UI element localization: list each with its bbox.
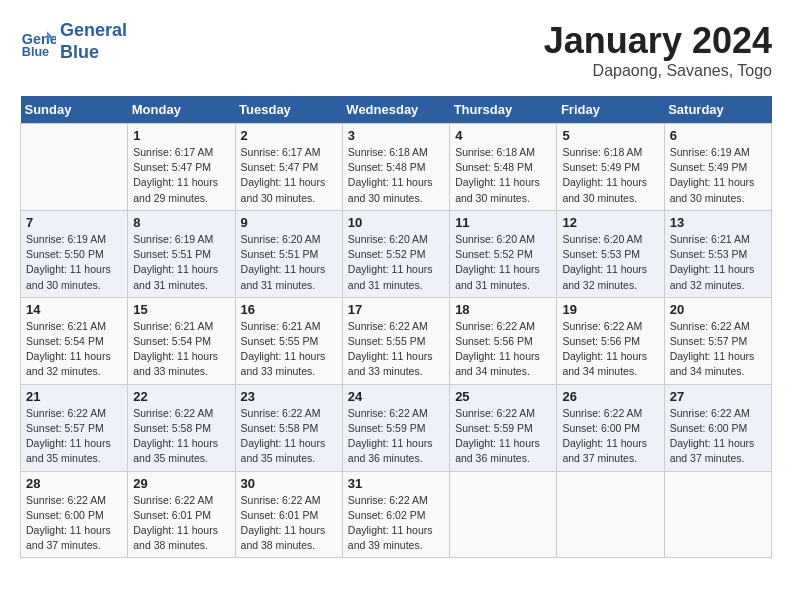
day-number: 16 bbox=[241, 302, 337, 317]
day-info: Sunrise: 6:22 AM Sunset: 5:58 PM Dayligh… bbox=[133, 406, 229, 467]
weekday-sunday: Sunday bbox=[21, 96, 128, 124]
calendar-cell: 13Sunrise: 6:21 AM Sunset: 5:53 PM Dayli… bbox=[664, 210, 771, 297]
day-info: Sunrise: 6:22 AM Sunset: 5:59 PM Dayligh… bbox=[455, 406, 551, 467]
calendar-cell bbox=[21, 124, 128, 211]
day-number: 17 bbox=[348, 302, 444, 317]
day-info: Sunrise: 6:21 AM Sunset: 5:54 PM Dayligh… bbox=[26, 319, 122, 380]
day-info: Sunrise: 6:20 AM Sunset: 5:52 PM Dayligh… bbox=[455, 232, 551, 293]
calendar-cell: 25Sunrise: 6:22 AM Sunset: 5:59 PM Dayli… bbox=[450, 384, 557, 471]
day-number: 18 bbox=[455, 302, 551, 317]
title-block: January 2024 Dapaong, Savanes, Togo bbox=[544, 20, 772, 80]
calendar-cell: 2Sunrise: 6:17 AM Sunset: 5:47 PM Daylig… bbox=[235, 124, 342, 211]
day-info: Sunrise: 6:19 AM Sunset: 5:50 PM Dayligh… bbox=[26, 232, 122, 293]
calendar-cell bbox=[450, 471, 557, 558]
day-info: Sunrise: 6:18 AM Sunset: 5:49 PM Dayligh… bbox=[562, 145, 658, 206]
calendar-cell: 27Sunrise: 6:22 AM Sunset: 6:00 PM Dayli… bbox=[664, 384, 771, 471]
day-number: 5 bbox=[562, 128, 658, 143]
weekday-header-row: SundayMondayTuesdayWednesdayThursdayFrid… bbox=[21, 96, 772, 124]
calendar-cell: 11Sunrise: 6:20 AM Sunset: 5:52 PM Dayli… bbox=[450, 210, 557, 297]
calendar-week-5: 28Sunrise: 6:22 AM Sunset: 6:00 PM Dayli… bbox=[21, 471, 772, 558]
calendar-cell: 15Sunrise: 6:21 AM Sunset: 5:54 PM Dayli… bbox=[128, 297, 235, 384]
weekday-tuesday: Tuesday bbox=[235, 96, 342, 124]
calendar-week-1: 1Sunrise: 6:17 AM Sunset: 5:47 PM Daylig… bbox=[21, 124, 772, 211]
day-info: Sunrise: 6:20 AM Sunset: 5:52 PM Dayligh… bbox=[348, 232, 444, 293]
day-number: 30 bbox=[241, 476, 337, 491]
calendar-cell: 19Sunrise: 6:22 AM Sunset: 5:56 PM Dayli… bbox=[557, 297, 664, 384]
logo: General Blue General Blue bbox=[20, 20, 127, 63]
day-info: Sunrise: 6:22 AM Sunset: 6:00 PM Dayligh… bbox=[670, 406, 766, 467]
day-number: 28 bbox=[26, 476, 122, 491]
calendar-cell: 18Sunrise: 6:22 AM Sunset: 5:56 PM Dayli… bbox=[450, 297, 557, 384]
calendar-cell: 16Sunrise: 6:21 AM Sunset: 5:55 PM Dayli… bbox=[235, 297, 342, 384]
day-info: Sunrise: 6:20 AM Sunset: 5:53 PM Dayligh… bbox=[562, 232, 658, 293]
day-number: 12 bbox=[562, 215, 658, 230]
day-number: 31 bbox=[348, 476, 444, 491]
logo-icon: General Blue bbox=[20, 24, 56, 60]
weekday-wednesday: Wednesday bbox=[342, 96, 449, 124]
day-info: Sunrise: 6:22 AM Sunset: 6:01 PM Dayligh… bbox=[133, 493, 229, 554]
weekday-saturday: Saturday bbox=[664, 96, 771, 124]
calendar-cell: 9Sunrise: 6:20 AM Sunset: 5:51 PM Daylig… bbox=[235, 210, 342, 297]
day-number: 9 bbox=[241, 215, 337, 230]
calendar-cell: 31Sunrise: 6:22 AM Sunset: 6:02 PM Dayli… bbox=[342, 471, 449, 558]
day-info: Sunrise: 6:22 AM Sunset: 6:02 PM Dayligh… bbox=[348, 493, 444, 554]
logo-general: General bbox=[60, 20, 127, 42]
calendar-cell: 30Sunrise: 6:22 AM Sunset: 6:01 PM Dayli… bbox=[235, 471, 342, 558]
calendar-cell: 7Sunrise: 6:19 AM Sunset: 5:50 PM Daylig… bbox=[21, 210, 128, 297]
day-number: 3 bbox=[348, 128, 444, 143]
calendar-table: SundayMondayTuesdayWednesdayThursdayFrid… bbox=[20, 96, 772, 558]
calendar-cell: 10Sunrise: 6:20 AM Sunset: 5:52 PM Dayli… bbox=[342, 210, 449, 297]
page-header: General Blue General Blue January 2024 D… bbox=[20, 20, 772, 80]
day-number: 7 bbox=[26, 215, 122, 230]
day-info: Sunrise: 6:22 AM Sunset: 6:00 PM Dayligh… bbox=[562, 406, 658, 467]
calendar-cell: 26Sunrise: 6:22 AM Sunset: 6:00 PM Dayli… bbox=[557, 384, 664, 471]
day-number: 25 bbox=[455, 389, 551, 404]
weekday-friday: Friday bbox=[557, 96, 664, 124]
day-number: 23 bbox=[241, 389, 337, 404]
day-info: Sunrise: 6:22 AM Sunset: 5:58 PM Dayligh… bbox=[241, 406, 337, 467]
day-info: Sunrise: 6:21 AM Sunset: 5:54 PM Dayligh… bbox=[133, 319, 229, 380]
calendar-body: 1Sunrise: 6:17 AM Sunset: 5:47 PM Daylig… bbox=[21, 124, 772, 558]
day-info: Sunrise: 6:21 AM Sunset: 5:53 PM Dayligh… bbox=[670, 232, 766, 293]
calendar-cell: 6Sunrise: 6:19 AM Sunset: 5:49 PM Daylig… bbox=[664, 124, 771, 211]
calendar-week-3: 14Sunrise: 6:21 AM Sunset: 5:54 PM Dayli… bbox=[21, 297, 772, 384]
day-info: Sunrise: 6:17 AM Sunset: 5:47 PM Dayligh… bbox=[133, 145, 229, 206]
day-number: 19 bbox=[562, 302, 658, 317]
calendar-cell: 1Sunrise: 6:17 AM Sunset: 5:47 PM Daylig… bbox=[128, 124, 235, 211]
calendar-cell bbox=[557, 471, 664, 558]
calendar-cell: 14Sunrise: 6:21 AM Sunset: 5:54 PM Dayli… bbox=[21, 297, 128, 384]
calendar-cell: 12Sunrise: 6:20 AM Sunset: 5:53 PM Dayli… bbox=[557, 210, 664, 297]
day-info: Sunrise: 6:18 AM Sunset: 5:48 PM Dayligh… bbox=[455, 145, 551, 206]
day-number: 27 bbox=[670, 389, 766, 404]
day-number: 26 bbox=[562, 389, 658, 404]
day-info: Sunrise: 6:22 AM Sunset: 5:56 PM Dayligh… bbox=[455, 319, 551, 380]
day-number: 1 bbox=[133, 128, 229, 143]
day-info: Sunrise: 6:19 AM Sunset: 5:51 PM Dayligh… bbox=[133, 232, 229, 293]
weekday-monday: Monday bbox=[128, 96, 235, 124]
day-info: Sunrise: 6:22 AM Sunset: 6:00 PM Dayligh… bbox=[26, 493, 122, 554]
svg-text:Blue: Blue bbox=[22, 45, 49, 59]
day-info: Sunrise: 6:22 AM Sunset: 6:01 PM Dayligh… bbox=[241, 493, 337, 554]
day-info: Sunrise: 6:22 AM Sunset: 5:55 PM Dayligh… bbox=[348, 319, 444, 380]
day-number: 14 bbox=[26, 302, 122, 317]
weekday-thursday: Thursday bbox=[450, 96, 557, 124]
location-subtitle: Dapaong, Savanes, Togo bbox=[544, 62, 772, 80]
day-number: 29 bbox=[133, 476, 229, 491]
calendar-cell: 28Sunrise: 6:22 AM Sunset: 6:00 PM Dayli… bbox=[21, 471, 128, 558]
calendar-cell: 22Sunrise: 6:22 AM Sunset: 5:58 PM Dayli… bbox=[128, 384, 235, 471]
day-info: Sunrise: 6:19 AM Sunset: 5:49 PM Dayligh… bbox=[670, 145, 766, 206]
day-number: 6 bbox=[670, 128, 766, 143]
day-info: Sunrise: 6:17 AM Sunset: 5:47 PM Dayligh… bbox=[241, 145, 337, 206]
day-info: Sunrise: 6:22 AM Sunset: 5:57 PM Dayligh… bbox=[670, 319, 766, 380]
day-number: 13 bbox=[670, 215, 766, 230]
day-number: 2 bbox=[241, 128, 337, 143]
day-number: 22 bbox=[133, 389, 229, 404]
day-info: Sunrise: 6:20 AM Sunset: 5:51 PM Dayligh… bbox=[241, 232, 337, 293]
calendar-cell: 8Sunrise: 6:19 AM Sunset: 5:51 PM Daylig… bbox=[128, 210, 235, 297]
day-info: Sunrise: 6:22 AM Sunset: 5:56 PM Dayligh… bbox=[562, 319, 658, 380]
day-info: Sunrise: 6:22 AM Sunset: 5:57 PM Dayligh… bbox=[26, 406, 122, 467]
day-number: 4 bbox=[455, 128, 551, 143]
day-info: Sunrise: 6:21 AM Sunset: 5:55 PM Dayligh… bbox=[241, 319, 337, 380]
svg-text:General: General bbox=[22, 30, 56, 46]
calendar-cell: 4Sunrise: 6:18 AM Sunset: 5:48 PM Daylig… bbox=[450, 124, 557, 211]
